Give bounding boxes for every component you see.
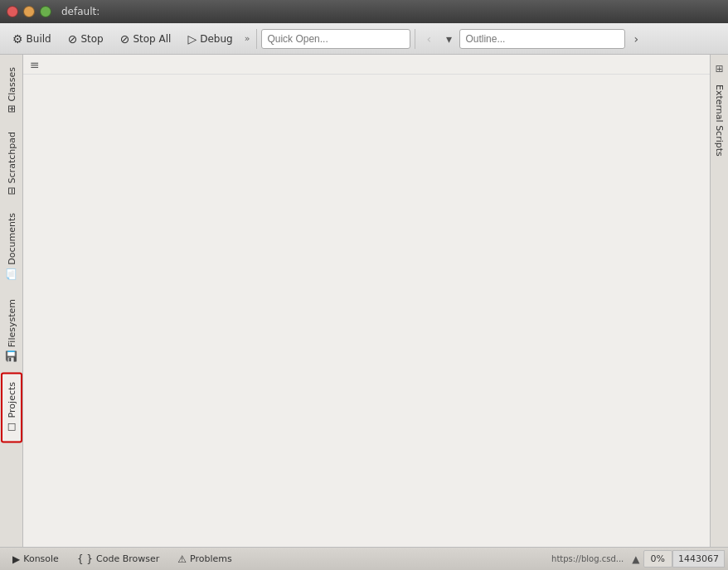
projects-icon: ☐ bbox=[6, 421, 17, 432]
statusbar: ▶ Konsole { } Code Browser ⚠ Problems ht… bbox=[0, 547, 728, 570]
toolbar-separator-2 bbox=[415, 29, 415, 49]
forward-button[interactable]: › bbox=[627, 30, 645, 48]
window-title: default: bbox=[61, 6, 99, 17]
filesystem-icon: 💾 bbox=[6, 350, 17, 363]
close-button[interactable] bbox=[7, 6, 18, 17]
content-toolbar-icon[interactable]: ≡ bbox=[27, 56, 43, 73]
stop-button[interactable]: ⊘ Stop bbox=[61, 28, 111, 50]
stop-all-icon: ⊘ bbox=[120, 32, 130, 46]
scratchpad-label: Scratchpad bbox=[6, 132, 17, 183]
right-sidebar-expand-icon[interactable]: ⊞ bbox=[712, 61, 727, 76]
debug-label: Debug bbox=[200, 33, 232, 45]
statusbar-page: 1443067 bbox=[672, 550, 725, 568]
titlebar: default: bbox=[0, 0, 728, 23]
stop-all-label: Stop All bbox=[133, 33, 171, 45]
filesystem-label: Filesystem bbox=[6, 299, 17, 347]
back-dropdown-button[interactable]: ▾ bbox=[439, 30, 458, 48]
right-sidebar-external-scripts[interactable]: External Scripts bbox=[711, 76, 728, 165]
problems-icon: ⚠ bbox=[177, 553, 187, 565]
projects-label: Projects bbox=[6, 382, 17, 418]
sidebar-item-documents[interactable]: 📄 Documents bbox=[1, 204, 22, 290]
sidebar-item-projects[interactable]: ☐ Projects bbox=[1, 372, 22, 442]
scratchpad-icon: ⊟ bbox=[6, 186, 17, 195]
right-sidebar: ⊞ External Scripts bbox=[710, 55, 728, 547]
toolbar: ⚙ Build ⊘ Stop ⊘ Stop All ▷ Debug » ‹ ▾ … bbox=[0, 23, 728, 55]
statusbar-url: https://blog.csd... bbox=[546, 554, 629, 563]
quick-open-input[interactable] bbox=[261, 29, 410, 49]
sidebar-item-scratchpad[interactable]: ⊟ Scratchpad bbox=[1, 123, 22, 204]
statusbar-zoom[interactable]: 0% bbox=[643, 550, 672, 568]
code-browser-icon: { } bbox=[77, 553, 93, 565]
statusbar-up-arrow[interactable]: ▲ bbox=[629, 551, 643, 568]
stop-label: Stop bbox=[80, 33, 103, 45]
sidebar-item-classes[interactable]: ⊞ Classes bbox=[1, 58, 22, 123]
left-sidebar: ⊞ Classes ⊟ Scratchpad 📄 Documents 💾 Fil… bbox=[0, 55, 23, 547]
minimize-button[interactable] bbox=[23, 6, 35, 17]
maximize-button[interactable] bbox=[40, 6, 51, 17]
problems-label: Problems bbox=[190, 553, 232, 564]
classes-label: Classes bbox=[6, 67, 17, 101]
konsole-button[interactable]: ▶ Konsole bbox=[3, 550, 68, 568]
problems-button[interactable]: ⚠ Problems bbox=[168, 550, 240, 568]
build-button[interactable]: ⚙ Build bbox=[5, 28, 59, 50]
outline-input[interactable] bbox=[459, 29, 625, 49]
stop-all-button[interactable]: ⊘ Stop All bbox=[113, 28, 179, 50]
debug-icon: ▷ bbox=[187, 32, 197, 46]
documents-icon: 📄 bbox=[6, 268, 17, 281]
build-label: Build bbox=[27, 33, 51, 45]
back-button[interactable]: ‹ bbox=[420, 30, 438, 48]
code-browser-label: Code Browser bbox=[96, 553, 159, 564]
documents-label: Documents bbox=[6, 213, 17, 265]
content-area: ≡ bbox=[23, 55, 710, 547]
stop-icon: ⊘ bbox=[68, 32, 78, 46]
sidebar-item-filesystem[interactable]: 💾 Filesystem bbox=[1, 290, 22, 372]
more-button[interactable]: » bbox=[242, 30, 253, 47]
code-browser-button[interactable]: { } Code Browser bbox=[68, 550, 168, 568]
build-icon: ⚙ bbox=[12, 32, 23, 46]
external-scripts-label: External Scripts bbox=[714, 85, 725, 157]
debug-button[interactable]: ▷ Debug bbox=[180, 28, 240, 50]
konsole-icon: ▶ bbox=[12, 553, 20, 565]
classes-icon: ⊞ bbox=[6, 104, 17, 113]
main-area: ⊞ Classes ⊟ Scratchpad 📄 Documents 💾 Fil… bbox=[0, 55, 728, 547]
content-toolbar: ≡ bbox=[23, 55, 710, 75]
toolbar-separator-1 bbox=[256, 29, 257, 49]
konsole-label: Konsole bbox=[23, 553, 59, 564]
